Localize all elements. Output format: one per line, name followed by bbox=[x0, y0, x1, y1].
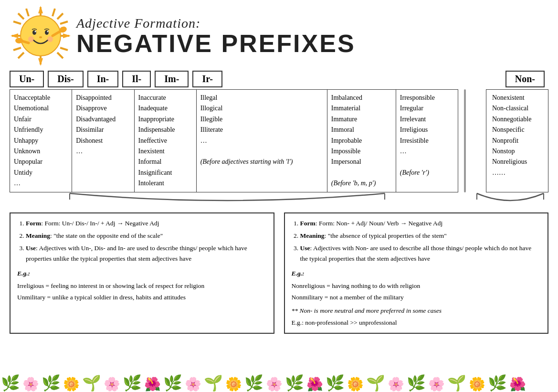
un-item: Untidy bbox=[14, 168, 68, 178]
dis-cell: Disappointed Disapprove Disadvantaged Di… bbox=[72, 90, 134, 192]
prefix-im: Im- bbox=[155, 71, 189, 87]
ir-item: Irreligious bbox=[400, 125, 454, 135]
dis-item: Dissimilar bbox=[76, 125, 130, 135]
table-area: Unacceptable Unemotional Unfair Unfriend… bbox=[10, 89, 548, 192]
flower-icon: 🌼 bbox=[347, 376, 364, 392]
non-item: Nonspecific bbox=[492, 125, 542, 135]
bottom-decoration: 🌿 🌸 🌿 🌼 🌱 🌸 🌿 🌺 🌿 🌸 🌱 🌼 🌿 🌸 🌿 🌺 🌿 🌼 🌱 🌸 … bbox=[0, 368, 558, 392]
prefix-non: Non- bbox=[505, 71, 545, 87]
ir-item: Irresistible bbox=[400, 136, 454, 146]
non-item: Nonreligious bbox=[492, 157, 542, 167]
prefix-un: Un- bbox=[10, 71, 44, 87]
im-item: Imbalanced bbox=[331, 93, 392, 103]
right-info-box: Form: Form: Non- + Adj/ Noun/ Verb → Neg… bbox=[284, 212, 549, 334]
un-cell: Unacceptable Unemotional Unfair Unfriend… bbox=[10, 90, 72, 192]
grass-icon: 🌱 bbox=[82, 374, 101, 392]
un-item: … bbox=[14, 178, 68, 189]
left-info-form: Form: Form: Un-/ Dis-/ In-/ + Adj → Nega… bbox=[26, 218, 267, 229]
in-item: Inappropriate bbox=[138, 114, 192, 125]
im-item: Immature bbox=[331, 114, 392, 125]
ir-item: Irregular bbox=[400, 103, 454, 114]
svg-point-20 bbox=[45, 30, 49, 35]
grass-icon: 🌱 bbox=[366, 374, 385, 392]
ir-item: Irresponsible bbox=[400, 93, 454, 103]
ir-item: Irrelevant bbox=[400, 114, 454, 125]
svg-point-23 bbox=[28, 36, 34, 42]
in-item: Ineffective bbox=[138, 136, 192, 146]
grass-icon: 🌿 bbox=[488, 374, 507, 392]
flower-icon: 🌼 bbox=[469, 376, 485, 392]
non-item: …… bbox=[492, 168, 542, 178]
svg-marker-14 bbox=[38, 6, 43, 13]
svg-marker-16 bbox=[11, 33, 18, 38]
non-item: Nonexistent bbox=[492, 93, 542, 103]
vertical-divider bbox=[464, 89, 466, 192]
svg-point-21 bbox=[35, 31, 36, 32]
left-info-use: Use: Adjectives with Un-, Dis- and In- a… bbox=[26, 243, 267, 265]
im-item: Improbable bbox=[331, 136, 392, 146]
grass-icon: 🌿 bbox=[285, 374, 304, 392]
svg-point-22 bbox=[47, 31, 49, 32]
flower-icon: 🌸 bbox=[104, 376, 120, 392]
ir-item: … bbox=[400, 146, 454, 157]
il-item: Illogical bbox=[200, 103, 323, 114]
right-info-use: Use: Adjectives with Non- are used to de… bbox=[300, 243, 541, 265]
table-row: Unacceptable Unemotional Unfair Unfriend… bbox=[10, 90, 458, 192]
svg-line-11 bbox=[13, 48, 21, 50]
table-row: Nonexistent Non-classical Nonnegotiable … bbox=[486, 90, 548, 192]
flower-icon: 🌼 bbox=[225, 376, 242, 392]
un-item: Unfriendly bbox=[14, 125, 68, 135]
svg-point-24 bbox=[47, 36, 53, 42]
dis-item: Disappointed bbox=[76, 93, 130, 103]
grass-icon: 🌿 bbox=[407, 374, 426, 392]
in-item: Inexistent bbox=[138, 146, 192, 157]
il-item: … bbox=[200, 136, 323, 146]
un-item: Unacceptable bbox=[14, 93, 68, 103]
flower-icon: 🌸 bbox=[428, 376, 445, 392]
im-item: Immoral bbox=[331, 125, 392, 135]
prefix-dis: Dis- bbox=[48, 71, 83, 87]
grass-icon: 🌿 bbox=[123, 374, 142, 392]
ir-cell: Irresponsible Irregular Irrelevant Irrel… bbox=[396, 90, 458, 192]
flower-icon: 🌺 bbox=[306, 376, 323, 392]
grass-icon: 🌱 bbox=[447, 374, 466, 392]
flower-icon: 🌸 bbox=[185, 376, 201, 392]
in-cell: Inaccurate Inadequate Inappropriate Indi… bbox=[134, 90, 196, 192]
prefix-in: In- bbox=[87, 71, 119, 87]
im-item: Immaterial bbox=[331, 103, 392, 114]
svg-line-12 bbox=[60, 21, 68, 24]
un-item: Unemotional bbox=[14, 103, 68, 114]
non-prefix-table: Nonexistent Non-classical Nonnegotiable … bbox=[486, 89, 548, 192]
svg-line-4 bbox=[18, 13, 24, 19]
in-item: Inadequate bbox=[138, 103, 192, 114]
flower-icon: 🌸 bbox=[266, 376, 283, 392]
un-item: Unknown bbox=[14, 146, 68, 157]
il-item: Illiterate bbox=[200, 125, 323, 135]
in-item: Informal bbox=[138, 157, 192, 167]
prefix-row: Un- Dis- In- Il- Im- Ir- Non- bbox=[10, 71, 548, 87]
left-brace bbox=[10, 191, 444, 211]
svg-marker-15 bbox=[38, 58, 43, 66]
ir-note: (Before 'r') bbox=[400, 157, 454, 178]
svg-point-19 bbox=[32, 30, 36, 35]
svg-line-7 bbox=[18, 53, 24, 58]
right-info-form: Form: Form: Non- + Adj/ Noun/ Verb → Neg… bbox=[300, 218, 541, 229]
right-info-meaning: Meaning: "the absence of typical propert… bbox=[300, 231, 541, 241]
flower-icon: 🌼 bbox=[63, 376, 80, 392]
il-note: (Before adjectives starting with 'l') bbox=[200, 146, 323, 168]
left-info-list: Form: Form: Un-/ Dis-/ In-/ + Adj → Nega… bbox=[26, 218, 267, 265]
non-item: Nonprofit bbox=[492, 136, 542, 146]
non-item: Non-classical bbox=[492, 103, 542, 114]
page: Adjective Formation: NEGATIVE PREFIXES U… bbox=[0, 0, 558, 392]
grass-icon: 🌿 bbox=[326, 374, 345, 392]
in-item: Intolerant bbox=[138, 178, 192, 189]
im-note: (Before 'b, m, p') bbox=[331, 168, 392, 189]
im-item: Impersonal bbox=[331, 157, 392, 167]
bracket-row bbox=[10, 193, 548, 211]
prefix-il: Il- bbox=[122, 71, 151, 87]
flower-icon: 🌸 bbox=[388, 376, 404, 392]
flower-icon: 🌸 bbox=[22, 376, 39, 392]
left-info-box: Form: Form: Un-/ Dis-/ In-/ + Adj → Nega… bbox=[10, 212, 274, 334]
left-eg: E.g.: Irreligious = feeling no interest … bbox=[17, 268, 267, 303]
in-item: Indispensable bbox=[138, 125, 192, 135]
